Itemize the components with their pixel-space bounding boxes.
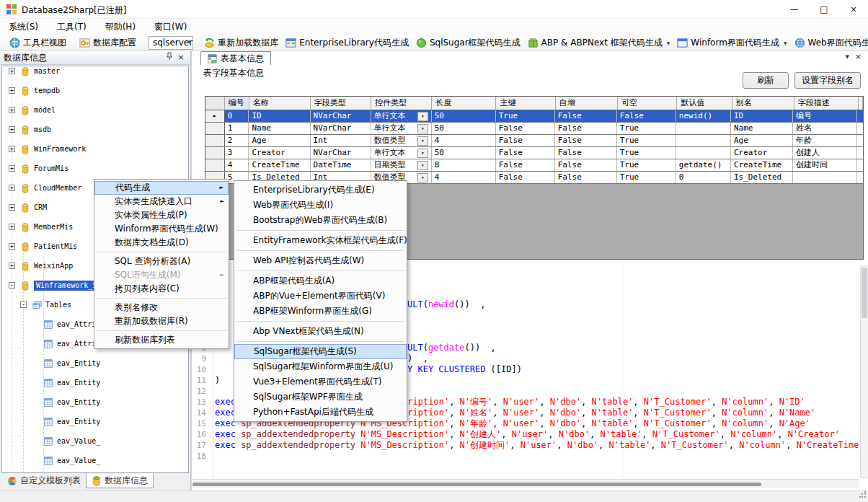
grid-cell[interactable]: 1 — [225, 123, 249, 134]
menubar-item[interactable]: 帮助(H) — [105, 19, 144, 35]
grid-cell[interactable]: False — [496, 135, 555, 146]
grid-cell[interactable]: Name — [249, 123, 310, 134]
horizontal-scrollbar-thumb[interactable] — [192, 483, 761, 486]
horizontal-scrollbar[interactable] — [192, 479, 859, 488]
grid-cell[interactable]: False — [555, 159, 617, 171]
grid-cell[interactable]: 创建时间 — [793, 159, 857, 171]
grid-cell[interactable]: False — [496, 172, 555, 183]
tab-custom-template-list[interactable]: 自定义模板列表 — [2, 473, 86, 488]
grid-cell[interactable]: 数值类型▼ — [371, 135, 432, 146]
submenu-item[interactable]: ABP框架代码生成(A) — [234, 273, 407, 289]
grid-cell[interactable]: 3 — [225, 147, 249, 159]
db-node[interactable]: +model — [2, 105, 188, 115]
table-node[interactable]: eav_Value_ — [2, 456, 188, 466]
toolbar-button[interactable]: EnterpriseLibrary代码生成 — [282, 35, 412, 50]
grid-cell[interactable] — [676, 135, 731, 146]
context-menu-item[interactable]: SQL 查询分析器(A) — [94, 255, 229, 268]
submenu-item[interactable]: Web API控制器代码生成(W) — [234, 253, 407, 268]
expand-icon[interactable]: + — [9, 224, 15, 230]
cell-dropdown-icon[interactable]: ▼ — [417, 136, 428, 146]
grid-cell[interactable]: Age — [249, 135, 310, 146]
grid-cell[interactable]: True — [617, 123, 676, 134]
context-menu-item[interactable]: Winform界面代码生成(W) — [94, 222, 229, 236]
toolbar-button[interactable]: SqlSugar框架代码生成 — [412, 35, 524, 50]
table-node[interactable]: eav_Entity — [2, 358, 188, 369]
grid-cell[interactable]: getdate() — [676, 159, 731, 171]
db-node[interactable]: +msdb — [2, 125, 188, 135]
grid-cell[interactable]: False — [555, 135, 617, 146]
submenu-item[interactable]: EntityFramework实体框架代码生成(F) — [234, 233, 407, 248]
grid-cell[interactable]: CreateTime — [249, 159, 310, 171]
menubar-item[interactable]: 工具(T) — [57, 19, 95, 35]
grid-cell[interactable]: 0 — [676, 172, 731, 183]
grid-cell[interactable]: 4 — [225, 159, 249, 171]
cell-dropdown-icon[interactable]: ▼ — [417, 112, 428, 121]
grid-cell[interactable]: NVarChar — [311, 147, 371, 159]
chevron-down-icon[interactable]: ▼ — [784, 40, 787, 45]
toolbar-button[interactable]: 工具栏视图 — [6, 35, 70, 50]
context-menu-item[interactable]: 拷贝列表内容(C) — [94, 282, 229, 296]
grid-cell[interactable]: Name — [731, 123, 793, 134]
grid-cell[interactable]: ID — [731, 110, 793, 122]
submenu-item[interactable]: Web界面代码生成(I) — [234, 198, 407, 213]
table-node[interactable]: eav_Entity — [2, 417, 188, 427]
grid-column-header[interactable]: 字段类型 — [311, 97, 371, 110]
grid-row[interactable]: ►0IDNVarChar单行文本▼50TrueFalseFalsenewid()… — [205, 110, 863, 123]
menubar-item[interactable]: 窗口(W) — [154, 19, 195, 35]
cell-dropdown-icon[interactable]: ▼ — [417, 149, 428, 158]
cell-dropdown-icon[interactable]: ▼ — [417, 124, 428, 133]
table-node[interactable]: eav_Entity — [2, 378, 188, 388]
panel-close-icon[interactable]: × — [175, 52, 187, 63]
expand-icon[interactable]: + — [9, 185, 15, 191]
grid-row[interactable]: 1NameNVarChar单行文本▼50FalseFalseTrueName姓名 — [205, 123, 863, 135]
grid-cell[interactable]: 50 — [432, 110, 496, 122]
expand-icon[interactable]: + — [9, 68, 15, 74]
toolbar-button[interactable]: ABP & ABPNext 框架代码生成▼ — [524, 35, 674, 50]
grid-cell[interactable]: 0 — [225, 110, 249, 122]
grid-cell[interactable]: True — [617, 172, 676, 183]
close-button[interactable]: × — [839, 0, 868, 19]
chevron-down-icon[interactable]: ▼ — [667, 40, 670, 45]
db-node[interactable]: +tempdb — [2, 86, 188, 96]
submenu-item[interactable]: EnterpriseLibrary代码生成(E) — [234, 182, 407, 198]
db-node[interactable]: +master — [2, 66, 188, 76]
grid-cell[interactable]: False — [555, 123, 617, 134]
toolbar-button[interactable]: 数据库配置 — [76, 35, 140, 50]
grid-cell[interactable]: 创建人 — [793, 147, 857, 159]
context-menu-item[interactable]: 实体类生成快速入口► — [94, 195, 229, 208]
grid-row[interactable]: 2AgeInt数值类型▼4FalseFalseTrueAge年龄 — [205, 135, 863, 147]
grid-cell[interactable]: 50 — [432, 147, 496, 159]
maximize-button[interactable]: □ — [810, 0, 838, 19]
grid-cell[interactable]: False — [496, 123, 555, 134]
tab-database-info[interactable]: 数据库信息 — [86, 473, 154, 488]
expand-icon[interactable]: + — [9, 146, 15, 152]
database-type-combobox[interactable]: sqlserver▼ — [149, 36, 193, 50]
set-field-alias-button[interactable]: 设置字段别名 — [794, 72, 861, 89]
grid-cell[interactable]: 姓名 — [793, 123, 857, 134]
menubar-item[interactable]: 系统(S) — [9, 19, 47, 35]
grid-cell[interactable]: DateTime — [311, 159, 371, 171]
grid-cell[interactable]: 50 — [432, 123, 496, 134]
vertical-scrollbar[interactable] — [860, 265, 868, 478]
expand-icon[interactable]: + — [9, 126, 15, 133]
grid-cell[interactable]: 4 — [432, 172, 496, 183]
grid-cell[interactable]: ID — [249, 110, 310, 122]
grid-cell[interactable]: Int — [311, 135, 371, 146]
grid-column-header[interactable]: 默认值 — [677, 97, 732, 110]
toolbar-button[interactable]: Web界面代码生成▼ — [791, 35, 868, 50]
tab-list-caret-icon[interactable]: ▼ — [846, 54, 849, 60]
collapse-icon[interactable]: - — [20, 301, 27, 308]
submenu-item[interactable]: Vue3+Element界面代码生成(T) — [234, 374, 407, 389]
submenu-item[interactable]: Abp VNext框架代码生成(N) — [234, 324, 407, 339]
refresh-button[interactable]: 刷新 — [743, 72, 789, 89]
expand-icon[interactable]: + — [9, 107, 15, 113]
expand-icon[interactable]: + — [9, 243, 15, 250]
grid-cell[interactable]: True — [496, 110, 555, 122]
table-node[interactable]: eav_Entity — [2, 397, 188, 408]
expand-icon[interactable]: + — [9, 204, 15, 211]
grid-column-header[interactable]: 自增 — [556, 97, 618, 110]
grid-cell[interactable]: 单行文本▼ — [371, 110, 432, 122]
grid-column-header[interactable]: 字段描述 — [794, 97, 859, 110]
submenu-item[interactable]: ABP框架Winform界面生成(G) — [234, 304, 407, 319]
expand-icon[interactable]: + — [9, 263, 15, 269]
